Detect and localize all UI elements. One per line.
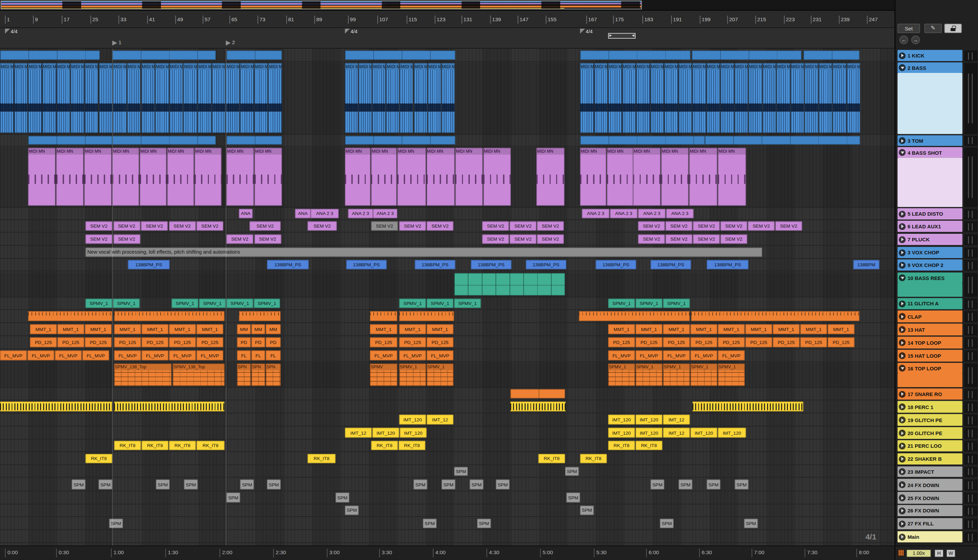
track-title-bar[interactable]: 14 TOP LOOP [898, 337, 962, 349]
clip[interactable]: FL [266, 350, 281, 360]
locator-marker-1[interactable]: 1 [112, 39, 122, 47]
clip[interactable]: SEM V2 [537, 235, 564, 244]
fold-down-icon[interactable] [899, 149, 906, 156]
track-header-10-bass-rees[interactable]: 10 BASS REES [898, 272, 977, 297]
fold-right-icon[interactable] [899, 223, 906, 230]
clip[interactable]: MIDI MN [594, 63, 607, 133]
track-title-bar[interactable]: 9 VOX CHOP 2 [898, 260, 962, 271]
clip[interactable] [580, 51, 690, 60]
clip[interactable]: SPMV_1 [172, 298, 198, 308]
clip[interactable]: MIDI MN [833, 63, 846, 133]
clip[interactable] [803, 51, 860, 60]
clip[interactable]: RK_IT8 [307, 454, 335, 463]
fold-right-icon[interactable] [899, 339, 906, 346]
track-title-bar[interactable]: 2 BASS [898, 62, 962, 73]
clip[interactable]: MIDI MN [633, 148, 661, 206]
clip[interactable]: SPM [580, 505, 594, 515]
track-lane-6-lead-aux1[interactable]: SEM V2SEM V2SEM V2SEM V2SEM V2SEM V2SEM … [0, 221, 895, 233]
clip[interactable]: MIDI MN [414, 63, 427, 133]
clip[interactable]: MIDI MN [606, 148, 633, 206]
fold-right-icon[interactable] [899, 520, 906, 527]
clip[interactable]: PD_125 [370, 337, 397, 347]
clip[interactable]: IMT_12 [663, 428, 690, 437]
clip[interactable]: PD_125 [114, 337, 141, 347]
track-title-bar[interactable]: 19 GLITCH PE [898, 414, 962, 426]
clip[interactable] [114, 402, 224, 412]
clip[interactable]: RK_IT8 [608, 441, 635, 450]
clip[interactable]: PD_125 [197, 337, 223, 347]
time-signature-marker[interactable]: 4/4 [345, 28, 357, 35]
track-expanded-panel[interactable] [898, 73, 962, 134]
clip[interactable]: MIDI MN [359, 63, 372, 133]
clip[interactable]: MIDI MN [664, 63, 678, 133]
clip[interactable]: SPMV_1 [663, 363, 690, 386]
clip[interactable]: RK_IT8 [580, 454, 607, 463]
clip[interactable]: FL_MVP [608, 350, 635, 360]
clip[interactable]: MMT_1 [663, 324, 690, 334]
clip[interactable]: SPM [660, 518, 674, 528]
clip[interactable]: 138BPM_PS [346, 260, 387, 269]
clip[interactable]: PD_125 [58, 337, 84, 347]
clip[interactable]: MIDI MN [57, 63, 70, 133]
clip[interactable]: SPN [237, 363, 251, 386]
track-header-3-vox-chop[interactable]: 3 VOX CHOP [898, 247, 977, 259]
clip[interactable]: MIDI MN [345, 63, 358, 133]
clip[interactable]: SPMV_1 [427, 298, 453, 308]
clip[interactable]: MMT_1 [828, 324, 854, 334]
track-title-bar[interactable]: 16 TOP LOOP [898, 363, 962, 373]
clip[interactable]: FL_MVP [27, 350, 54, 360]
clip[interactable]: MIDI MN [763, 63, 776, 133]
clip[interactable]: SPMV_1 [636, 363, 662, 386]
clip[interactable]: PD_125 [608, 337, 635, 347]
clip[interactable]: SPM [651, 480, 664, 490]
clip[interactable]: SEM V2 [250, 222, 281, 231]
clip[interactable]: RK_IT8 [86, 454, 112, 463]
track-lane-15-hat-loop[interactable]: FL_MVPFL_MVPFL_MVPFL_MVPFL_MVPFL_MVPFL_M… [0, 350, 895, 362]
clip[interactable]: SEM V2 [197, 222, 223, 231]
clip[interactable]: PD_125 [800, 337, 827, 347]
track-lane-3-tom[interactable] [0, 135, 895, 147]
track-title-bar[interactable]: 4 BASS SHOT [898, 147, 962, 158]
clip[interactable] [239, 311, 281, 321]
clip[interactable]: MIDI MN [170, 63, 183, 133]
clip[interactable]: MMT_1 [197, 324, 223, 334]
track-header-7-pluck[interactable]: 7 PLUCK [898, 234, 977, 246]
track-lane-25-fx-down[interactable]: SPMSPMSPM [0, 492, 895, 504]
clip[interactable]: PD_125 [663, 337, 690, 347]
clip[interactable]: PD_125 [828, 337, 854, 347]
clip[interactable]: SPMV_1 [454, 298, 481, 308]
clip[interactable]: SPM [496, 480, 509, 490]
clip[interactable]: MIDI MN [198, 63, 211, 133]
track-lane-18-perc-1[interactable] [0, 401, 895, 413]
clip[interactable]: SEM V2 [509, 235, 536, 244]
clip[interactable]: MMT_1 [800, 324, 827, 334]
clip[interactable]: SPM [240, 480, 254, 490]
loop-brace[interactable] [608, 33, 636, 39]
clip[interactable]: MIDI MN [441, 63, 454, 133]
clip[interactable]: SEM V2 [371, 222, 398, 231]
track-title-bar[interactable]: 3 TOM [898, 135, 962, 146]
clip[interactable]: MMT_1 [85, 324, 112, 334]
clip[interactable]: PD_125 [636, 337, 662, 347]
fold-down-icon[interactable] [899, 64, 906, 71]
track-lane-26-fx-down[interactable]: SPMSPM [0, 505, 895, 517]
clip[interactable]: IMT_120 [608, 428, 635, 437]
fold-right-icon[interactable] [899, 236, 906, 243]
clip[interactable]: 138BPM_PS [596, 260, 636, 269]
clip[interactable]: PD_125 [142, 337, 168, 347]
fold-down-icon[interactable] [899, 365, 906, 372]
clip[interactable]: MIDI MN [397, 148, 426, 206]
track-lane-2-bass[interactable]: MIDI MNMIDI MNMIDI MNMIDI MNMIDI MNMIDI … [0, 62, 895, 135]
track-lane-17-snare-ro[interactable] [0, 388, 895, 400]
clip[interactable]: MIDI MN [371, 148, 397, 206]
clip[interactable]: SPMV_1 [718, 363, 744, 386]
clip[interactable]: SEM V2 [665, 222, 692, 231]
clip[interactable]: FL_MVP [427, 350, 453, 360]
clip[interactable]: FL_MVP [399, 350, 426, 360]
clip[interactable]: RK_IT8 [371, 441, 398, 450]
clip[interactable]: SPM [184, 480, 198, 490]
clip[interactable]: SPM [226, 493, 240, 502]
fold-right-icon[interactable] [899, 300, 906, 307]
clip[interactable]: FL_MVP [114, 350, 141, 360]
clip[interactable] [226, 51, 282, 60]
